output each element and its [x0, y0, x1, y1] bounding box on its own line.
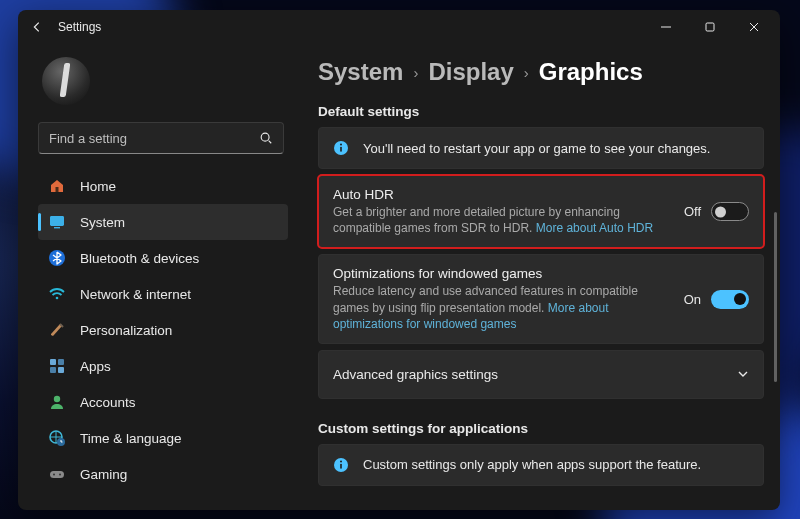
main-content: System › Display › Graphics Default sett… [296, 44, 780, 510]
card-auto-hdr: Auto HDR Get a brighter and more detaile… [318, 175, 764, 248]
section-custom-settings: Custom settings for applications [318, 421, 764, 436]
apps-icon [48, 357, 66, 375]
titlebar: Settings [18, 10, 780, 44]
crumb-display[interactable]: Display [428, 58, 513, 86]
svg-point-22 [340, 461, 342, 463]
svg-rect-0 [706, 23, 714, 31]
back-button[interactable] [30, 20, 44, 34]
svg-point-16 [59, 474, 61, 476]
sidebar-item-label: Personalization [80, 323, 172, 338]
maximize-button[interactable] [688, 12, 732, 42]
svg-point-15 [53, 474, 55, 476]
info-icon [333, 140, 349, 156]
toggle-state-label: Off [684, 204, 701, 219]
system-icon [48, 213, 66, 231]
search-icon [259, 131, 273, 145]
app-title: Settings [58, 20, 101, 34]
card-title: Auto HDR [333, 187, 670, 202]
expander-title: Advanced graphics settings [333, 367, 498, 382]
sidebar-item-label: Accounts [80, 395, 136, 410]
svg-rect-4 [54, 227, 60, 228]
sidebar-item-label: Bluetooth & devices [80, 251, 199, 266]
search-input[interactable] [49, 131, 249, 146]
svg-rect-8 [58, 359, 64, 365]
info-banner-custom: Custom settings only apply when apps sup… [318, 444, 764, 486]
chevron-right-icon: › [413, 64, 418, 81]
sidebar: Home System Bluetooth & devices [18, 44, 296, 510]
svg-point-11 [54, 396, 60, 402]
card-desc: Reduce latency and use advanced features… [333, 283, 670, 332]
link-auto-hdr[interactable]: More about Auto HDR [536, 221, 653, 235]
wifi-icon [48, 285, 66, 303]
info-text: Custom settings only apply when apps sup… [363, 457, 701, 472]
svg-rect-7 [50, 359, 56, 365]
sidebar-item-label: Network & internet [80, 287, 191, 302]
toggle-auto-hdr[interactable] [711, 202, 749, 221]
gamepad-icon [48, 465, 66, 483]
toggle-state-label: On [684, 292, 701, 307]
brush-icon [48, 321, 66, 339]
sidebar-item-system[interactable]: System [38, 204, 288, 240]
card-desc: Get a brighter and more detailed picture… [333, 204, 670, 236]
sidebar-item-label: System [80, 215, 125, 230]
sidebar-item-home[interactable]: Home [38, 168, 288, 204]
svg-point-19 [340, 144, 342, 146]
svg-rect-14 [50, 471, 64, 478]
sidebar-item-label: Time & language [80, 431, 182, 446]
toggle-windowed-optim[interactable] [711, 290, 749, 309]
person-icon [48, 393, 66, 411]
home-icon [48, 177, 66, 195]
sidebar-item-label: Apps [80, 359, 111, 374]
card-title: Optimizations for windowed games [333, 266, 670, 281]
sidebar-item-accounts[interactable]: Accounts [38, 384, 288, 420]
svg-rect-3 [50, 216, 64, 226]
info-text: You'll need to restart your app or game … [363, 141, 710, 156]
svg-rect-9 [50, 367, 56, 373]
chevron-right-icon: › [524, 64, 529, 81]
crumb-graphics: Graphics [539, 58, 643, 86]
svg-rect-10 [58, 367, 64, 373]
window-controls [644, 12, 776, 42]
sidebar-item-label: Gaming [80, 467, 127, 482]
chevron-down-icon [737, 368, 749, 380]
section-default-settings: Default settings [318, 104, 764, 119]
breadcrumb: System › Display › Graphics [318, 58, 764, 86]
crumb-system[interactable]: System [318, 58, 403, 86]
svg-rect-2 [56, 187, 59, 192]
info-banner-restart: You'll need to restart your app or game … [318, 127, 764, 169]
settings-window: Settings [18, 10, 780, 510]
sidebar-item-apps[interactable]: Apps [38, 348, 288, 384]
search-box[interactable] [38, 122, 284, 154]
sidebar-item-gaming[interactable]: Gaming [38, 456, 288, 492]
bluetooth-icon [48, 249, 66, 267]
card-windowed-optimizations: Optimizations for windowed games Reduce … [318, 254, 764, 344]
minimize-button[interactable] [644, 12, 688, 42]
svg-point-1 [261, 133, 269, 141]
avatar[interactable] [42, 57, 90, 105]
scrollbar[interactable] [774, 212, 777, 382]
nav-list: Home System Bluetooth & devices [38, 168, 288, 492]
svg-point-6 [56, 297, 59, 300]
sidebar-item-label: Home [80, 179, 116, 194]
sidebar-item-network[interactable]: Network & internet [38, 276, 288, 312]
expander-advanced-graphics[interactable]: Advanced graphics settings [318, 350, 764, 399]
sidebar-item-personalization[interactable]: Personalization [38, 312, 288, 348]
svg-rect-21 [340, 464, 342, 469]
info-icon [333, 457, 349, 473]
sidebar-item-time[interactable]: Time & language [38, 420, 288, 456]
globe-clock-icon [48, 429, 66, 447]
close-button[interactable] [732, 12, 776, 42]
sidebar-item-bluetooth[interactable]: Bluetooth & devices [38, 240, 288, 276]
svg-rect-18 [340, 147, 342, 152]
